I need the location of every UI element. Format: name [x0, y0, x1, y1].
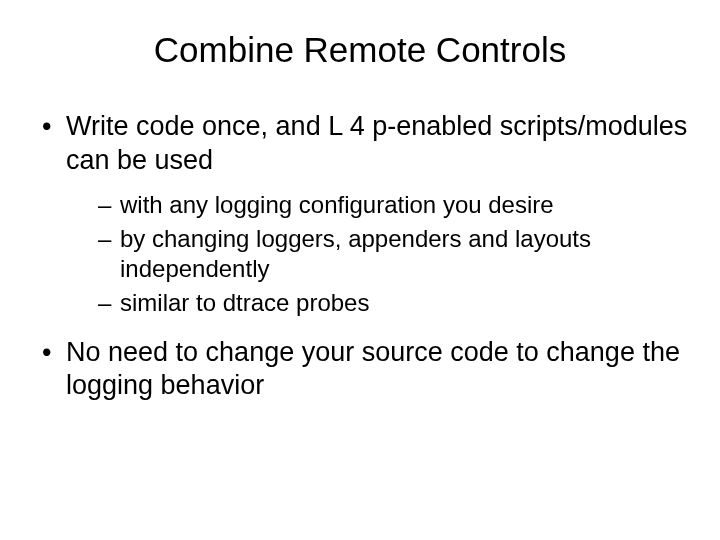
sub-bullet-item: with any logging configuration you desir…: [98, 190, 690, 220]
bullet-item: No need to change your source code to ch…: [38, 336, 690, 404]
sub-bullet-text: by changing loggers, appenders and layou…: [120, 225, 591, 282]
sub-bullet-text: similar to dtrace probes: [120, 289, 369, 316]
bullet-list: Write code once, and L 4 p-enabled scrip…: [38, 110, 690, 403]
sub-bullet-list: with any logging configuration you desir…: [98, 190, 690, 318]
slide-title: Combine Remote Controls: [30, 30, 690, 70]
bullet-text: Write code once, and L 4 p-enabled scrip…: [66, 111, 687, 175]
sub-bullet-item: by changing loggers, appenders and layou…: [98, 224, 690, 284]
sub-bullet-text: with any logging configuration you desir…: [120, 191, 554, 218]
slide: Combine Remote Controls Write code once,…: [0, 0, 720, 540]
bullet-text: No need to change your source code to ch…: [66, 337, 680, 401]
sub-bullet-item: similar to dtrace probes: [98, 288, 690, 318]
bullet-item: Write code once, and L 4 p-enabled scrip…: [38, 110, 690, 318]
